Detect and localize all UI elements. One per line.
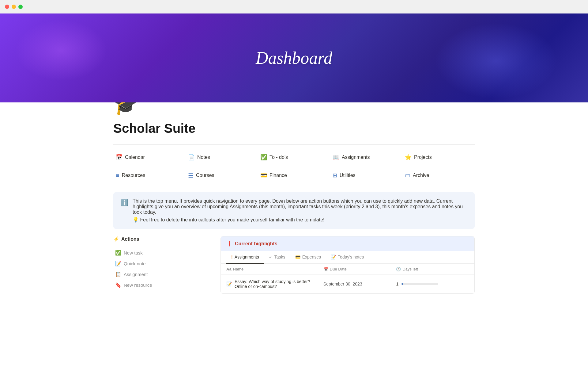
actions-panel: ⚡ Actions ✅ New task 📝 Quick note 📋 Assi… [113, 236, 211, 294]
td-row-name: 📝 Essay: Which way of studying is better… [226, 279, 323, 289]
nav-row-2: ≡ Resources ☰ Courses 💳 Finance ⊞ Utilit… [113, 167, 475, 183]
highlights-header: ❗ Current highlights [221, 236, 474, 251]
page-title: Scholar Suite [113, 121, 475, 136]
info-icon: ℹ️ [121, 199, 128, 206]
new-task-icon: ✅ [115, 250, 121, 256]
td-row-days: 1 [396, 282, 469, 286]
td-days-count: 1 [396, 282, 398, 286]
quick-note-icon: 📝 [115, 261, 121, 266]
nav-notes-label: Notes [197, 155, 210, 160]
highlights-title: Current highlights [235, 241, 277, 247]
row-assignment-icon: 📝 [226, 281, 232, 287]
callout-text-1: This is the top menu. It provides quick … [133, 198, 467, 215]
nav-notes[interactable]: 📄 Notes [186, 150, 258, 165]
new-task-action[interactable]: ✅ New task [113, 247, 211, 258]
bolt-icon: ⚡ [113, 236, 119, 242]
highlights-exclamation: ❗ [226, 241, 232, 247]
nav-utilities[interactable]: ⊞ Utilities [330, 167, 402, 183]
actions-header: ⚡ Actions [113, 236, 211, 242]
assignments-icon: 📖 [333, 154, 339, 161]
th-name: Aa Name [226, 267, 323, 271]
td-row-date: September 30, 2023 [323, 282, 396, 286]
nav-archive[interactable]: 🗃 Archive [402, 167, 475, 183]
minimize-button[interactable] [12, 5, 16, 9]
nav-divider-top [113, 144, 475, 145]
finance-icon: 💳 [260, 172, 267, 179]
courses-icon: ☰ [188, 172, 194, 179]
th-date: 📅 Due Date [323, 267, 396, 271]
tab-todays-notes-icon: 📝 [331, 255, 336, 259]
nav-calendar-label: Calendar [125, 155, 145, 160]
nav-projects[interactable]: ⭐ Projects [402, 150, 475, 165]
tab-expenses[interactable]: 💳 Expenses [290, 251, 326, 264]
nav-finance[interactable]: 💳 Finance [258, 167, 330, 183]
calendar-icon: 📅 [116, 154, 123, 161]
th-days-icon: 🕐 [396, 267, 401, 271]
th-days: 🕐 Days left [396, 267, 469, 271]
nav-finance-label: Finance [270, 173, 287, 178]
two-col-layout: ⚡ Actions ✅ New task 📝 Quick note 📋 Assi… [113, 236, 475, 294]
tab-todays-notes-label: Today's notes [338, 255, 364, 259]
nav-projects-label: Projects [414, 155, 432, 160]
todos-icon: ✅ [260, 154, 267, 161]
page-content: 🎓 Scholar Suite 📅 Calendar 📄 Notes ✅ To … [95, 93, 493, 294]
info-callout: ℹ️ This is the top menu. It provides qui… [113, 192, 475, 229]
nav-resources[interactable]: ≡ Resources [113, 167, 186, 183]
quick-note-action[interactable]: 📝 Quick note [113, 258, 211, 269]
utilities-icon: ⊞ [333, 172, 337, 179]
tab-tasks-label: Tasks [274, 255, 285, 259]
archive-icon: 🗃 [405, 172, 410, 179]
th-name-icon: Aa [226, 267, 232, 271]
nav-courses[interactable]: ☰ Courses [186, 167, 258, 183]
tab-tasks-icon: ✓ [269, 255, 273, 259]
tab-expenses-icon: 💳 [295, 255, 300, 259]
new-resource-label: New resource [124, 282, 152, 288]
close-button[interactable] [5, 5, 9, 9]
titlebar [0, 0, 588, 13]
projects-icon: ⭐ [405, 154, 412, 161]
highlights-panel: ❗ Current highlights ! Assignments ✓ Tas… [221, 236, 475, 294]
resources-icon: ≡ [116, 172, 119, 179]
callout-text-wrap: This is the top menu. It provides quick … [133, 198, 467, 223]
table-header: Aa Name 📅 Due Date 🕐 Days left [221, 264, 474, 275]
tab-assignments-label: Assignments [235, 255, 259, 259]
nav-resources-label: Resources [122, 173, 145, 178]
assignment-label: Assignment [124, 272, 148, 277]
new-task-label: New task [124, 250, 143, 255]
actions-title: Actions [121, 236, 139, 242]
notes-icon: 📄 [188, 154, 195, 161]
table-row: 📝 Essay: Which way of studying is better… [221, 275, 474, 293]
nav-calendar[interactable]: 📅 Calendar [113, 150, 186, 165]
nav-todos[interactable]: ✅ To - do's [258, 150, 330, 165]
nav-row-1: 📅 Calendar 📄 Notes ✅ To - do's 📖 Assignm… [113, 150, 475, 165]
nav-archive-label: Archive [413, 173, 429, 178]
hero-title: Dashboard [256, 48, 332, 68]
tab-assignments[interactable]: ! Assignments [226, 251, 264, 264]
maximize-button[interactable] [18, 5, 23, 9]
assignment-icon: 📋 [115, 271, 121, 277]
tab-assignments-icon: ! [231, 255, 233, 259]
nav-utilities-label: Utilities [340, 173, 356, 178]
progress-bar-wrap [401, 283, 438, 285]
assignment-action[interactable]: 📋 Assignment [113, 269, 211, 280]
th-date-icon: 📅 [323, 267, 328, 271]
hero-banner: Dashboard [0, 13, 588, 102]
quick-note-label: Quick note [124, 261, 146, 266]
nav-divider-bottom [113, 186, 475, 186]
nav-assignments[interactable]: 📖 Assignments [330, 150, 402, 165]
highlights-wrapper: ❗ Current highlights ! Assignments ✓ Tas… [221, 236, 475, 294]
highlights-tabs: ! Assignments ✓ Tasks 💳 Expenses 📝 Today… [221, 251, 474, 264]
td-name-text: Essay: Which way of studying is better? … [235, 279, 323, 289]
tab-expenses-label: Expenses [302, 255, 321, 259]
nav-assignments-label: Assignments [342, 155, 370, 160]
nav-courses-label: Courses [196, 173, 214, 178]
tab-todays-notes[interactable]: 📝 Today's notes [326, 251, 369, 264]
nav-todos-label: To - do's [270, 155, 288, 160]
new-resource-action[interactable]: 🔖 New resource [113, 280, 211, 290]
new-resource-icon: 🔖 [115, 282, 121, 288]
callout-text-2: 💡 Feel free to delete the info callouts … [133, 217, 467, 223]
tab-tasks[interactable]: ✓ Tasks [264, 251, 290, 264]
progress-bar-fill [401, 283, 403, 285]
